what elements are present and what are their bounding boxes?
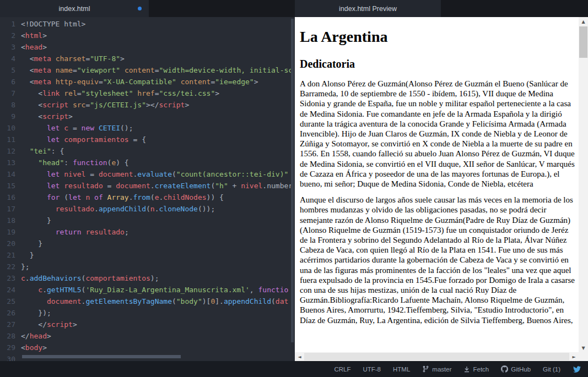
code-lines: 1<!DOCTYPE html>2<html>3<head>4 <meta ch… (0, 18, 295, 361)
line-number: 16 (0, 192, 21, 203)
editor-tab-group: index.html (0, 0, 295, 17)
editor-vertical-scrollbar[interactable] (291, 19, 294, 342)
scroll-left-arrow-icon[interactable]: ◄ (295, 352, 304, 361)
preview-title: La Argentina (300, 28, 576, 46)
status-fetch[interactable]: Fetch (463, 366, 489, 373)
bird-glyph (573, 365, 581, 373)
code-line[interactable]: 3<head> (0, 41, 295, 53)
line-number: 9 (0, 111, 21, 122)
line-number: 23 (0, 272, 21, 284)
preview-horizontal-scrollbar[interactable]: ◄ ► (295, 352, 579, 361)
preview-paragraph: Aunque el discurso de largos años suele … (300, 195, 576, 325)
line-number: 3 (0, 41, 21, 53)
code-line[interactable]: 14 let nivel = document.evaluate("count(… (0, 168, 295, 180)
status-language[interactable]: HTML (393, 366, 410, 373)
line-number: 10 (0, 122, 21, 134)
code-line[interactable]: 22}; (0, 261, 295, 272)
line-number: 8 (0, 99, 21, 111)
preview-content: La Argentina Dedicatoria A don Alonso Pé… (295, 17, 579, 352)
line-number: 29 (0, 342, 21, 353)
code-line[interactable]: 29<body> (0, 342, 295, 353)
line-number: 2 (0, 30, 21, 41)
preview-vertical-scrollbar[interactable]: ▲ ▼ (579, 17, 588, 352)
code-line[interactable]: 7 <link rel="stylesheet" href="css/tei.c… (0, 88, 295, 99)
code-line[interactable]: 9 <script> (0, 111, 295, 122)
code-line[interactable]: 25 document.getElementsByTagName("body")… (0, 296, 295, 307)
line-number: 5 (0, 64, 21, 76)
preview-heading: Dedicatoria (300, 58, 576, 70)
code-line[interactable]: 18 } (0, 215, 295, 226)
code-line[interactable]: 8 <script src="js/CETEI.js"></script> (0, 99, 295, 111)
code-line[interactable]: 4 <meta charset="UTF-8"> (0, 53, 295, 64)
line-number: 15 (0, 180, 21, 192)
scroll-up-arrow-icon[interactable]: ▲ (579, 17, 588, 26)
line-number: 1 (0, 18, 21, 30)
code-line[interactable]: 16 for (let n of Array.from(e.childNodes… (0, 192, 295, 203)
tab-index-html-preview[interactable]: index.html Preview (295, 0, 441, 17)
preview-paragraph: A don Alonso Pérez de Guzmán(Alonso Pére… (300, 79, 576, 189)
status-git-changes[interactable]: Git (1) (543, 366, 560, 373)
line-number: 27 (0, 319, 21, 330)
code-line[interactable]: 1<!DOCTYPE html> (0, 18, 295, 30)
fetch-label: Fetch (473, 366, 489, 373)
twitter-bird-icon[interactable] (573, 365, 581, 373)
status-encoding[interactable]: UTF-8 (363, 366, 381, 373)
unsaved-changes-dot[interactable] (138, 7, 142, 10)
code-line[interactable]: 23c.addBehaviors(comportamientos); (0, 272, 295, 284)
line-number: 18 (0, 215, 21, 226)
scroll-down-arrow-icon[interactable]: ▼ (579, 343, 588, 352)
line-number: 22 (0, 261, 21, 272)
line-number: 30 (0, 353, 21, 361)
code-line[interactable]: 19 return resultado; (0, 226, 295, 238)
code-line[interactable]: 27 </script> (0, 319, 295, 330)
code-line[interactable]: 11 let comportamientos = { (0, 134, 295, 145)
code-line[interactable]: 15 let resultado = document.createElemen… (0, 180, 295, 192)
line-number: 19 (0, 226, 21, 238)
line-number: 6 (0, 76, 21, 88)
github-icon (501, 365, 508, 373)
status-bar: CRLF UTF-8 HTML master Fetch GitHub Git … (0, 361, 588, 377)
code-line[interactable]: 10 let c = new CETEI(); (0, 122, 295, 134)
scroll-right-arrow-icon[interactable]: ► (569, 352, 579, 361)
code-line[interactable]: 20 } (0, 238, 295, 249)
code-line[interactable]: 21 } (0, 249, 295, 261)
line-number: 20 (0, 238, 21, 249)
code-editor[interactable]: 1<!DOCTYPE html>2<html>3<head>4 <meta ch… (0, 17, 295, 361)
code-line[interactable]: 28</head> (0, 330, 295, 342)
scrollbar-corner (579, 352, 588, 361)
editor-horizontal-scrollbar[interactable] (22, 355, 181, 358)
status-github[interactable]: GitHub (501, 365, 531, 373)
code-line[interactable]: 26 }); (0, 307, 295, 319)
line-number: 21 (0, 249, 21, 261)
horizontal-scroll-thumb[interactable] (304, 353, 569, 360)
fetch-icon (463, 366, 470, 373)
line-number: 14 (0, 168, 21, 180)
code-line[interactable]: 17 resultado.appendChild(n.cloneNode()); (0, 203, 295, 215)
code-line[interactable]: 2<html> (0, 30, 295, 41)
line-number: 25 (0, 296, 21, 307)
line-number: 7 (0, 88, 21, 99)
main-split: 1<!DOCTYPE html>2<html>3<head>4 <meta ch… (0, 17, 588, 361)
vertical-scroll-thumb[interactable] (579, 26, 587, 58)
branch-name: master (432, 366, 451, 373)
tab-label: index.html (59, 5, 90, 13)
tab-index-html[interactable]: index.html (0, 0, 149, 17)
preview-tab-group: index.html Preview (295, 0, 588, 17)
tab-bar: index.html index.html Preview (0, 0, 588, 17)
code-line[interactable]: 24 c.getHTML5('Ruy_Diaz-La_Argentina_Man… (0, 284, 295, 296)
line-number: 4 (0, 53, 21, 64)
line-number: 17 (0, 203, 21, 215)
line-number: 24 (0, 284, 21, 296)
code-line[interactable]: 5 <meta name="viewport" content="width=d… (0, 64, 295, 76)
code-line[interactable]: 13 "head": function(e) { (0, 157, 295, 168)
status-line-ending[interactable]: CRLF (334, 366, 350, 373)
line-number: 11 (0, 134, 21, 145)
app-window: index.html index.html Preview 1<!DOCTYPE… (0, 0, 588, 377)
code-line[interactable]: 6 <meta http-equiv="X-UA-Compatible" con… (0, 76, 295, 88)
line-number: 26 (0, 307, 21, 319)
github-label: GitHub (511, 366, 531, 373)
line-number: 28 (0, 330, 21, 342)
code-line[interactable]: 12 "tei": { (0, 145, 295, 157)
status-branch[interactable]: master (422, 365, 451, 373)
line-number: 13 (0, 157, 21, 168)
